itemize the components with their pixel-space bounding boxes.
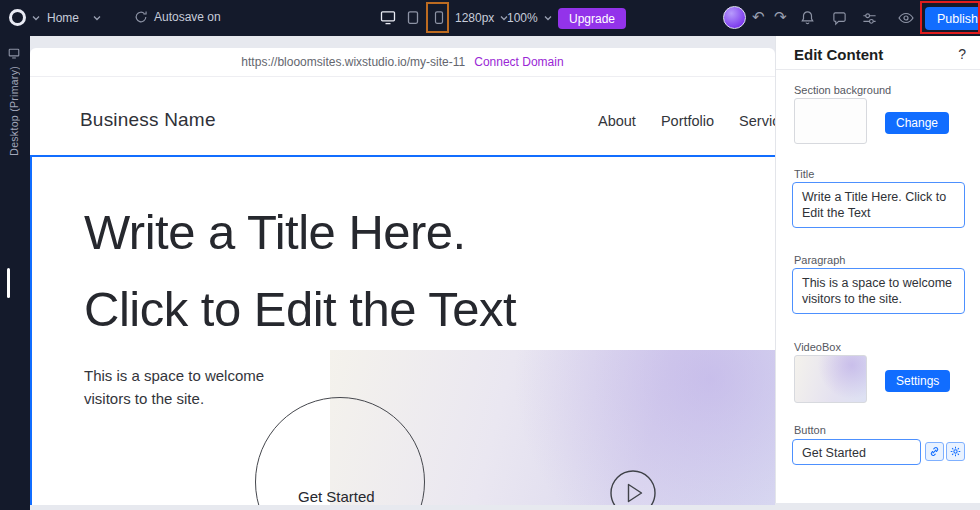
eye-icon: [898, 12, 914, 24]
mobile-icon: [434, 10, 444, 25]
hero-title-line2: Click to Edit the Text: [84, 271, 516, 348]
comments-button[interactable]: [832, 11, 847, 26]
edit-content-panel: Edit Content ? Section background Change…: [775, 36, 980, 503]
videobox-settings-button[interactable]: Settings: [885, 370, 950, 392]
section-background-label: Section background: [794, 84, 891, 96]
editor-canvas: https://blooomsites.wixstudio.io/my-site…: [30, 36, 775, 510]
panel-divider: [776, 69, 980, 70]
avatar: [723, 6, 746, 29]
chevron-down-icon: [32, 15, 40, 21]
zoom-value: 100%: [507, 11, 538, 25]
zoom-selector[interactable]: 100%: [507, 11, 552, 25]
section-background-swatch[interactable]: [794, 98, 867, 144]
notifications-button[interactable]: [800, 10, 815, 25]
autosave-status[interactable]: Autosave on: [134, 10, 221, 24]
wix-studio-editor: Home Autosave on: [0, 0, 980, 510]
breakpoint-width-value: 1280px: [455, 11, 494, 25]
videobox-label: VideoBox: [794, 341, 841, 353]
desktop-small-icon: [8, 45, 20, 63]
rail-scroll-indicator[interactable]: [7, 268, 10, 298]
site-nav: About Portfolio Services: [598, 113, 775, 129]
change-background-button[interactable]: Change: [885, 112, 949, 134]
breakpoint-mobile[interactable]: [434, 10, 444, 25]
breakpoint-rail: Desktop (Primary): [0, 36, 30, 510]
button-text-input[interactable]: Get Started: [792, 439, 921, 465]
bell-icon: [800, 10, 815, 25]
redo-button[interactable]: ↷: [774, 9, 787, 24]
tablet-icon: [407, 10, 419, 25]
site-business-name[interactable]: Business Name: [80, 109, 216, 131]
paragraph-input[interactable]: This is a space to welcome visitors to t…: [792, 268, 965, 314]
selected-hero-section[interactable]: Write a Title Here. Click to Edit the Te…: [30, 155, 775, 505]
wix-logo-menu[interactable]: [9, 9, 40, 26]
undo-button[interactable]: ↶: [752, 9, 765, 24]
button-field-label: Button: [794, 424, 826, 436]
autosave-icon: [134, 10, 148, 24]
title-input[interactable]: Write a Title Here. Click to Edit the Te…: [792, 182, 965, 228]
undo-icon: ↶: [752, 9, 765, 24]
top-toolbar: Home Autosave on: [0, 0, 980, 36]
video-play-button[interactable]: [609, 469, 657, 505]
publish-button-wrap: Publish: [925, 7, 980, 30]
panel-title: Edit Content: [794, 46, 883, 63]
paragraph-field-label: Paragraph: [794, 254, 845, 266]
site-url-bar: https://blooomsites.wixstudio.io/my-site…: [30, 48, 775, 77]
breakpoint-rail-label[interactable]: Desktop (Primary): [8, 66, 20, 156]
redo-icon: ↷: [774, 9, 787, 24]
nav-link-services[interactable]: Services: [739, 113, 775, 129]
get-started-button[interactable]: Get Started: [298, 488, 375, 505]
hero-paragraph[interactable]: This is a space to welcome visitors to t…: [84, 364, 289, 410]
desktop-icon: [380, 10, 396, 25]
autosave-label: Autosave on: [154, 10, 221, 24]
chevron-down-icon: [544, 15, 552, 21]
link-icon: [929, 443, 940, 461]
account-avatar[interactable]: [723, 6, 746, 29]
hero-title-line1: Write a Title Here.: [84, 194, 516, 271]
tools-button[interactable]: [862, 11, 877, 26]
breakpoint-tablet[interactable]: [407, 10, 419, 25]
button-settings-button[interactable]: [946, 442, 965, 461]
upgrade-button[interactable]: Upgrade: [558, 8, 626, 29]
videobox-thumbnail[interactable]: [794, 355, 867, 403]
chevron-down-icon: [93, 15, 101, 21]
sliders-icon: [862, 11, 877, 26]
nav-link-about[interactable]: About: [598, 113, 636, 129]
site-url: https://blooomsites.wixstudio.io/my-site…: [241, 55, 465, 69]
nav-link-portfolio[interactable]: Portfolio: [661, 113, 714, 129]
page-menu[interactable]: Home: [47, 11, 101, 25]
help-icon[interactable]: ?: [958, 46, 966, 62]
gear-icon: [950, 443, 961, 461]
connect-domain-link[interactable]: Connect Domain: [474, 55, 563, 69]
breakpoint-desktop[interactable]: [380, 10, 396, 25]
title-field-label: Title: [794, 168, 814, 180]
preview-button[interactable]: [898, 12, 914, 24]
comment-bubble-icon: [832, 11, 847, 26]
upgrade-button-wrap: Upgrade: [558, 8, 626, 29]
publish-button[interactable]: Publish: [925, 7, 980, 30]
breakpoint-width-selector[interactable]: 1280px: [455, 11, 508, 25]
button-link-button[interactable]: [925, 442, 944, 461]
site-preview: Business Name About Portfolio Services W…: [30, 77, 775, 505]
wix-studio-logo-icon: [9, 9, 26, 26]
hero-title[interactable]: Write a Title Here. Click to Edit the Te…: [84, 194, 516, 348]
page-menu-label: Home: [47, 11, 79, 25]
